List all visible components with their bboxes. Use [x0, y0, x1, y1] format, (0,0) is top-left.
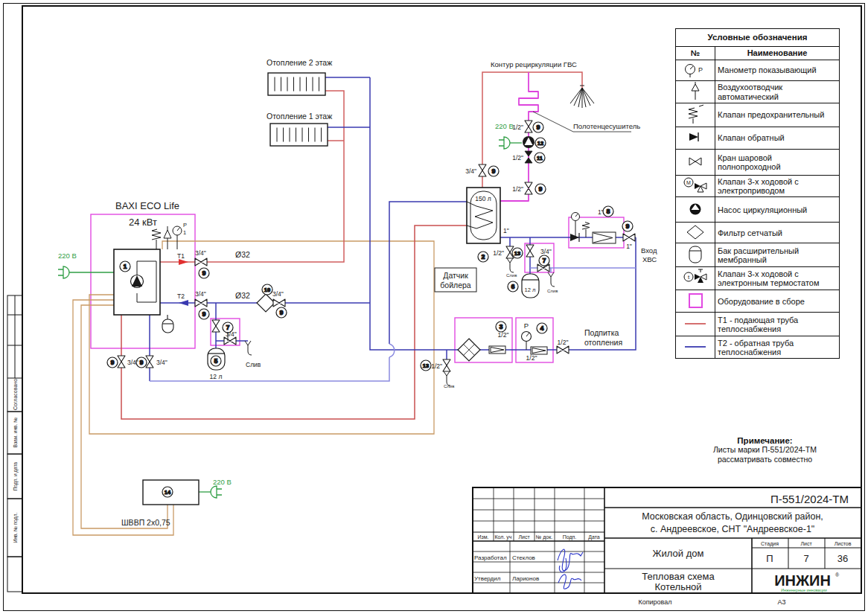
svg-text:9: 9	[279, 309, 283, 316]
legend-col-no: №	[676, 47, 715, 60]
label-dn12: 1/2"	[493, 249, 504, 257]
legend-row-name: Клапан предохранительный	[715, 103, 840, 127]
shower-head-icon	[570, 86, 594, 108]
note-line2: рассматривать совместно	[696, 455, 834, 464]
ball-valve-icon	[525, 121, 532, 132]
svg-text:4: 4	[540, 324, 543, 332]
label-dn34: 3/4"	[156, 359, 167, 366]
drain-icon	[245, 341, 252, 355]
makeup-gauge-icon	[522, 332, 532, 351]
hvs-filter-icon	[593, 232, 616, 243]
label-dn34: 3/4"	[127, 359, 138, 366]
label-t2: T2	[177, 292, 185, 300]
label-d32: Ø32	[235, 250, 250, 259]
label-dn34: 3/4"	[195, 290, 206, 298]
svg-text:t: t	[688, 274, 690, 281]
copied-label: Копировал	[638, 598, 671, 606]
svg-text:13: 13	[514, 250, 520, 257]
check-valve-hvs-icon	[570, 233, 579, 242]
flow-arrow-supply	[179, 259, 188, 265]
svg-text:14: 14	[165, 489, 171, 496]
svg-text:1: 1	[123, 263, 127, 270]
label-gauge-p: P	[183, 222, 187, 228]
drain-icon	[548, 272, 555, 287]
tb-stage: П	[766, 553, 773, 564]
hvs-gauge-icon	[572, 213, 580, 238]
label-dn12: 1/2"	[558, 339, 569, 346]
legend-col-name: Наименование	[715, 47, 840, 60]
svg-text:9: 9	[110, 359, 114, 366]
recirc-pump-icon	[523, 136, 534, 148]
boiler-unit	[114, 226, 182, 333]
pressure-gauge-icon	[173, 226, 182, 249]
svg-text:9: 9	[202, 269, 205, 277]
supply-pipe-icon	[676, 313, 715, 336]
ball-valve-icon	[224, 337, 236, 345]
legend-row-name: Воздухоотводчик автоматический	[715, 81, 840, 103]
label-drain: Слив	[444, 384, 454, 388]
label-dn12: 1/2"	[512, 185, 523, 193]
svg-text:5: 5	[214, 357, 217, 365]
radiator-floor2	[268, 73, 325, 95]
label-dn12: 1/2"	[431, 362, 442, 370]
svg-text:9: 9	[536, 124, 540, 131]
legend-row-name: Т2 - обратная труба теплоснабжения	[715, 336, 840, 359]
label-drain: Слив	[246, 361, 261, 368]
hvs-safety-valve-icon	[582, 223, 590, 238]
label-dn12: 1/2"	[526, 354, 537, 362]
svg-text:М: М	[686, 180, 691, 185]
stamp-agreed: Согласовано	[13, 379, 18, 410]
label-makeup2: отопления	[584, 338, 622, 347]
label-dn34: 3/4"	[226, 330, 237, 338]
radiator-floor1	[270, 124, 328, 146]
tb-col-list: Лист	[518, 534, 530, 540]
legend-table: Условные обозначения № Наименование Р Ма…	[675, 28, 840, 359]
svg-text:9: 9	[625, 223, 629, 230]
svg-text:13: 13	[423, 362, 429, 369]
tb-developed-by: Стеклов	[512, 554, 535, 561]
legend-row-name: Кран шаровой полнопроходной	[715, 150, 840, 176]
svg-text:9: 9	[139, 359, 143, 366]
tb-col-doc: № док.	[536, 534, 552, 540]
legend-row-name: Клапан обратный	[715, 127, 840, 150]
strainer-makeup-icon	[458, 339, 480, 361]
legend-title: Условные обозначения	[676, 29, 840, 47]
svg-text:8: 8	[606, 208, 610, 215]
svg-text:11: 11	[537, 155, 543, 162]
label-dn34: 3/4"	[465, 167, 476, 175]
signature-developed	[558, 549, 583, 571]
tb-address2: с. Андреевское, СНТ "Андреевское-1"	[651, 524, 815, 534]
expansion-tank-icon	[676, 243, 715, 267]
legend-row-name: Фильтр сетчатый	[715, 223, 840, 243]
ball-valve-icon	[195, 299, 207, 307]
three-way-motor-valve-icon: М	[676, 176, 715, 197]
label-d32: Ø32	[235, 291, 250, 300]
tb-logo-r: ®	[835, 572, 840, 578]
label-exp-volume: 12 л	[525, 287, 536, 293]
power-plug-icon	[211, 486, 222, 498]
label-gauge-p: P	[524, 322, 529, 330]
label-heating1: Отопление 1 этаж	[267, 112, 332, 121]
label-220v: 220 В	[213, 478, 232, 486]
expansion-tank-dhw	[522, 274, 539, 298]
svg-text:9: 9	[491, 167, 495, 175]
ball-valve-icon	[273, 299, 285, 307]
strainer-filter-icon	[676, 223, 715, 243]
pipes-dhw-recirc	[500, 72, 538, 201]
check-valve-makeup-icon	[489, 346, 505, 354]
label-hvs1: Вход	[641, 246, 657, 255]
legend-row-name: Насос циркуляционный	[715, 197, 840, 223]
circulation-pump-icon	[676, 197, 715, 223]
label-dn12: 1/2"	[512, 154, 523, 162]
tb-developed-label: Разработал	[474, 554, 507, 561]
side-stamp-labels: Согласовано Взам. инв. № Подп. и дата Ин…	[13, 379, 19, 543]
label-dn1: 1"	[503, 227, 509, 234]
legend-row-name: Оборудование в сборе	[715, 290, 840, 313]
label-tank-volume: 150 л	[475, 195, 491, 202]
legend-row-name: Т1 - подающая труба теплоснабжения	[715, 313, 840, 336]
tb-col-kol: Кол. уч	[495, 534, 512, 540]
format-label: А3	[777, 598, 785, 606]
ball-valve-icon	[195, 258, 207, 266]
three-way-thermostat-valve-icon: t	[676, 267, 715, 290]
ball-valve-icon	[212, 320, 220, 332]
